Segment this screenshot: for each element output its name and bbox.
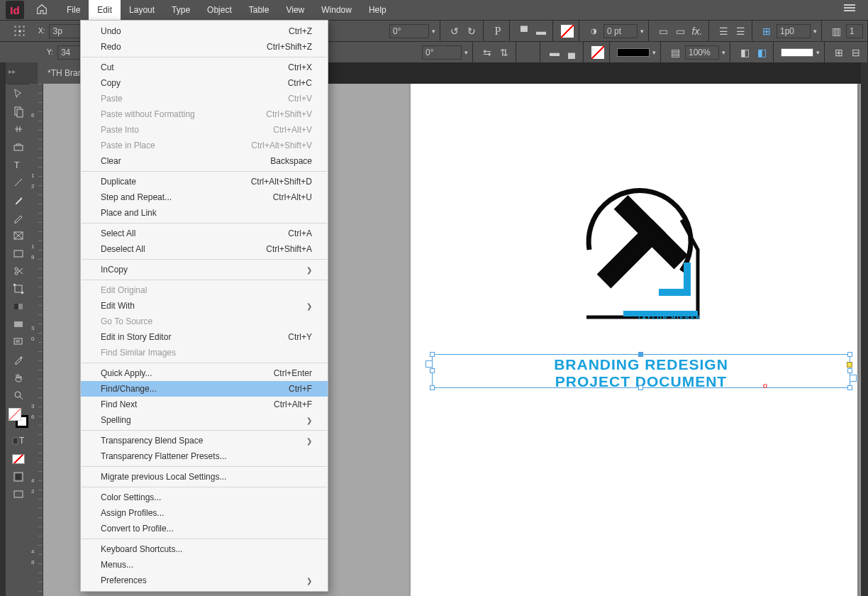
flip-h-icon[interactable]: ⇆ (480, 45, 494, 60)
scissors-tool[interactable] (8, 262, 29, 280)
line-tool[interactable] (8, 173, 29, 191)
gradient-swatch-tool[interactable] (8, 297, 29, 315)
para-left-icon[interactable]: ☰ (716, 24, 730, 38)
menu-item-spelling[interactable]: Spelling❯ (81, 412, 328, 428)
opacity-input[interactable]: 100% (685, 45, 719, 60)
drop-icon[interactable]: ◧ (738, 45, 752, 60)
direct-select-tool[interactable] (8, 84, 29, 102)
pen-tool[interactable] (8, 191, 29, 209)
stroke-style[interactable] (617, 48, 650, 57)
rect-tool[interactable] (8, 244, 29, 262)
view-mode-icon[interactable] (8, 468, 29, 485)
rotate-cw-icon[interactable]: ↻ (464, 24, 479, 38)
col-input[interactable]: 1 (846, 24, 863, 38)
small-fmt-icon[interactable]: T (8, 432, 29, 450)
rect-frame-tool[interactable] (8, 226, 29, 244)
para-center-icon[interactable]: ☰ (733, 24, 747, 38)
menu-window[interactable]: Window (313, 0, 360, 20)
x-input[interactable]: 3p (49, 24, 82, 38)
menu-file[interactable]: File (58, 0, 89, 20)
menu-item-undo[interactable]: UndoCtrl+Z (81, 23, 328, 39)
menu-item-menus-[interactable]: Menus... (81, 557, 328, 573)
fx-square2-icon[interactable]: ▭ (673, 24, 687, 38)
rotate-input-2[interactable]: 0° (422, 45, 462, 60)
hand-tool[interactable] (8, 368, 29, 386)
fx-square-icon[interactable]: ▭ (656, 24, 670, 38)
free-transform-tool[interactable] (8, 280, 29, 297)
menu-item-transparency-blend-space[interactable]: Transparency Blend Space❯ (81, 433, 328, 448)
menu-object[interactable]: Object (199, 0, 240, 20)
in-port[interactable] (425, 360, 433, 368)
text-p-icon[interactable]: P (491, 24, 505, 38)
align-mid-icon[interactable]: ▬ (534, 24, 548, 38)
home-icon[interactable] (35, 3, 51, 18)
reference-point[interactable] (13, 24, 27, 38)
align-bot-icon[interactable]: ▬ (547, 45, 562, 60)
apply-color-icon[interactable] (8, 450, 29, 468)
page[interactable]: TAYLOR HIEBER BRANDING REDESIGN PROJECT … (411, 81, 857, 596)
stroke-in-icon[interactable]: ◑ (586, 24, 601, 38)
workspace-icon[interactable] (844, 4, 855, 11)
left-rail[interactable] (0, 62, 6, 596)
gap-tool[interactable] (8, 120, 29, 138)
wrap-grid-icon[interactable]: ⊞ (760, 24, 774, 38)
app-icon[interactable]: Id (6, 1, 24, 19)
drop2-icon[interactable]: ◧ (755, 45, 769, 60)
opacity-icon[interactable]: ▤ (668, 45, 682, 60)
flip-v-icon[interactable]: ⇅ (497, 45, 511, 60)
page-tool[interactable] (8, 102, 29, 120)
menu-layout[interactable]: Layout (121, 0, 163, 20)
menu-item-migrate-previous-local-settings-[interactable]: Migrate previous Local Settings... (81, 469, 328, 485)
grid-small2-icon[interactable]: ⊟ (849, 45, 863, 60)
menu-item-deselect-all[interactable]: Deselect AllCtrl+Shift+A (81, 241, 328, 257)
menu-item-place-and-link[interactable]: Place and Link (81, 205, 328, 221)
menu-item-step-and-repeat-[interactable]: Step and Repeat...Ctrl+Alt+U (81, 189, 328, 205)
eyedropper-tool[interactable] (8, 351, 29, 368)
menu-item-keyboard-shortcuts-[interactable]: Keyboard Shortcuts... (81, 541, 328, 557)
gradient-feather-tool[interactable] (8, 315, 29, 333)
menu-item-convert-to-profile-[interactable]: Convert to Profile... (81, 521, 328, 536)
menu-item-redo[interactable]: RedoCtrl+Shift+Z (81, 39, 328, 55)
menu-item-duplicate[interactable]: DuplicateCtrl+Alt+Shift+D (81, 174, 328, 189)
zoom-tool[interactable] (8, 386, 29, 404)
pencil-tool[interactable] (8, 209, 29, 226)
fill-stroke-toggle[interactable] (9, 408, 28, 428)
fill-swatch[interactable] (560, 24, 574, 38)
menu-item-quick-apply-[interactable]: Quick Apply...Ctrl+Enter (81, 365, 328, 381)
screen-mode-icon[interactable] (8, 485, 29, 503)
note-tool[interactable] (8, 333, 29, 351)
rotate-input-1[interactable]: 0° (389, 24, 429, 38)
menu-help[interactable]: Help (360, 0, 395, 20)
menu-item-clear[interactable]: ClearBackspace (81, 153, 328, 169)
content-collector-tool[interactable] (8, 138, 29, 155)
menu-item-incopy[interactable]: InCopy❯ (81, 262, 328, 277)
menu-item-copy[interactable]: CopyCtrl+C (81, 75, 328, 91)
panel-collapse-icon[interactable]: ▸▸ (6, 62, 38, 84)
dist-icon[interactable]: ▄ (564, 45, 579, 60)
menu-view[interactable]: View (277, 0, 313, 20)
menu-item-edit-with[interactable]: Edit With❯ (81, 298, 328, 314)
menu-item-edit-in-story-editor[interactable]: Edit in Story EditorCtrl+Y (81, 329, 328, 345)
type-tool[interactable]: T (8, 155, 29, 173)
rotate-ccw-icon[interactable]: ↺ (447, 24, 462, 38)
out-port[interactable] (850, 375, 857, 382)
menu-item-cut[interactable]: CutCtrl+X (81, 60, 328, 75)
stroke-weight-input[interactable]: 0 pt (603, 24, 638, 38)
menu-item-select-all[interactable]: Select AllCtrl+A (81, 226, 328, 241)
right-rail[interactable] (861, 62, 868, 596)
color-swatch-white[interactable] (781, 48, 813, 57)
fx-text-icon[interactable]: fx. (690, 24, 704, 38)
menu-item-color-settings-[interactable]: Color Settings... (81, 490, 328, 505)
menu-item-assign-profiles-[interactable]: Assign Profiles... (81, 505, 328, 521)
menu-table[interactable]: Table (240, 0, 278, 20)
menu-item-find-change-[interactable]: Find/Change...Ctrl+F (81, 381, 328, 397)
align-top-icon[interactable]: ▀ (517, 24, 531, 38)
stroke-swatch[interactable] (591, 45, 605, 60)
corner-options-icon[interactable] (847, 362, 852, 368)
grid-small-icon[interactable]: ⊞ (832, 45, 846, 60)
menu-item-find-next[interactable]: Find NextCtrl+Alt+F (81, 397, 328, 412)
menu-item-transparency-flattener-presets-[interactable]: Transparency Flattener Presets... (81, 448, 328, 464)
menu-edit[interactable]: Edit (89, 0, 121, 20)
menu-item-preferences[interactable]: Preferences❯ (81, 573, 328, 588)
menu-type[interactable]: Type (163, 0, 199, 20)
